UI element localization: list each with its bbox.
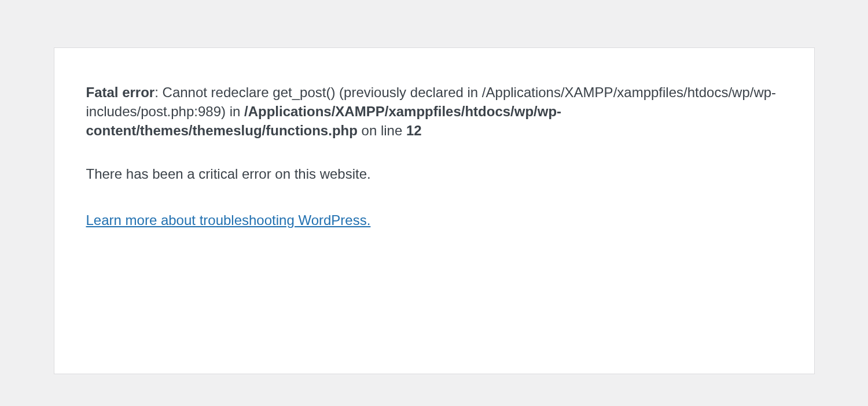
critical-error-text: There has been a critical error on this … — [86, 166, 782, 182]
error-line-number: 12 — [406, 123, 422, 138]
error-label: Fatal error — [86, 84, 155, 100]
error-separator: : — [155, 84, 162, 100]
error-box: Fatal error: Cannot redeclare get_post()… — [54, 47, 815, 374]
fatal-error-message: Fatal error: Cannot redeclare get_post()… — [86, 83, 782, 140]
error-on-line-text: on line — [358, 123, 406, 138]
troubleshoot-link[interactable]: Learn more about troubleshooting WordPre… — [86, 212, 371, 228]
